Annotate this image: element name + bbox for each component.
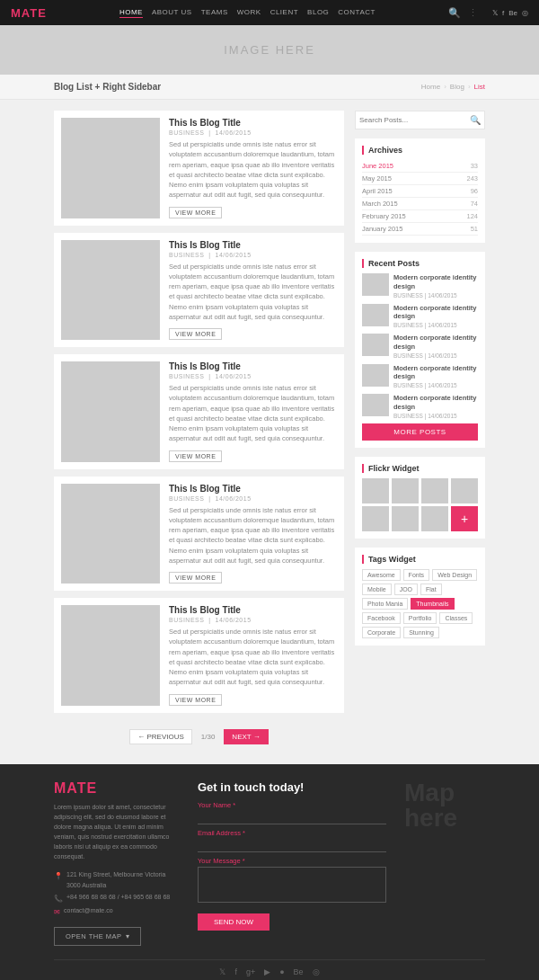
facebook-icon[interactable]: f (502, 9, 504, 17)
page-title: Blog List + Right Sidebar (54, 82, 161, 92)
search-icon[interactable]: 🔍 (470, 115, 481, 125)
tag-2[interactable]: Web Design (432, 569, 477, 581)
tag-7[interactable]: Thumbnails (411, 598, 454, 610)
footer-pinterest-icon[interactable]: ● (279, 967, 284, 976)
nav-work[interactable]: WORK (237, 8, 261, 18)
recent-title-4[interactable]: Modern corporate identity design (393, 394, 478, 412)
page-header: Blog List + Right Sidebar Home › Blog › … (0, 75, 539, 100)
archive-link-3[interactable]: March 2015 (362, 200, 398, 208)
footer-instagram-icon[interactable]: ◎ (313, 967, 320, 976)
footer-twitter-icon[interactable]: 𝕏 (219, 967, 225, 976)
tag-1[interactable]: Fonts (403, 569, 430, 581)
flickr-item-2[interactable] (421, 478, 448, 503)
message-textarea[interactable] (198, 867, 386, 903)
archive-link-0[interactable]: June 2015 (362, 162, 393, 170)
archives-title: Archives (362, 146, 478, 155)
recent-title-1[interactable]: Modern corporate identity design (393, 304, 478, 322)
recent-meta-2: BUSINESS | 14/06/2015 (393, 352, 478, 359)
tag-8[interactable]: Facebook (362, 612, 401, 624)
recent-title-2[interactable]: Modern corporate identity design (393, 334, 478, 352)
archive-link-1[interactable]: May 2015 (362, 174, 392, 183)
tags-widget: Tags Widget Awesome Fonts Web Design Mob… (355, 548, 485, 646)
footer-youtube-icon[interactable]: ▶ (264, 967, 270, 976)
name-label: Your Name * (198, 801, 386, 809)
recent-title-3[interactable]: Modern corporate identity design (393, 364, 478, 382)
footer-google-icon[interactable]: g+ (246, 967, 255, 976)
chevron-down-icon: ▾ (126, 932, 130, 940)
name-input[interactable] (198, 812, 386, 824)
flickr-item-1[interactable] (392, 478, 419, 503)
recent-thumb-3 (362, 364, 389, 387)
footer-top: MATE Lorem ipsum dolor sit amet, consect… (54, 780, 485, 946)
blog-meta-5: BUSINESS | 14/06/2015 (169, 617, 337, 623)
more-options-icon[interactable]: ⋮ (468, 7, 478, 19)
more-posts-button[interactable]: MORE POSTS (362, 423, 478, 441)
navbar-logo[interactable]: MATE (11, 6, 47, 20)
breadcrumb-home[interactable]: Home (421, 83, 440, 91)
recent-title-0[interactable]: Modern corporate identity design (393, 273, 478, 291)
instagram-icon[interactable]: ◎ (522, 9, 528, 17)
tag-10[interactable]: Classes (439, 612, 473, 624)
archive-item-3: March 2015 74 (362, 198, 478, 210)
tag-12[interactable]: Stunning (403, 627, 439, 638)
footer-facebook-icon[interactable]: f (234, 967, 237, 976)
footer-behance-icon[interactable]: Be (294, 967, 304, 976)
view-more-btn-1[interactable]: VIEW MORE (169, 207, 222, 218)
search-input[interactable] (359, 116, 470, 124)
breadcrumb-blog[interactable]: Blog (450, 83, 464, 91)
flickr-item-6[interactable] (421, 506, 448, 531)
tag-3[interactable]: Mobile (362, 584, 392, 595)
view-more-btn-3[interactable]: VIEW MORE (169, 450, 222, 462)
flickr-add-button[interactable]: + (451, 506, 478, 531)
tag-11[interactable]: Corporate (362, 627, 401, 638)
flickr-item-3[interactable] (451, 478, 478, 503)
nav-about[interactable]: ABOUT US (152, 8, 192, 18)
email-input[interactable] (198, 840, 386, 852)
hero-banner: IMAGE HERE (0, 25, 539, 75)
prev-button[interactable]: ← PREVIOUS (129, 729, 192, 744)
archive-link-2[interactable]: April 2015 (362, 187, 393, 195)
tag-4[interactable]: JOO (394, 584, 418, 595)
footer-map-bg-text: Maphere (404, 780, 485, 831)
view-more-btn-4[interactable]: VIEW MORE (169, 572, 222, 584)
behance-icon[interactable]: Be (508, 9, 517, 17)
phone-icon: 📞 (54, 893, 63, 905)
twitter-icon[interactable]: 𝕏 (492, 9, 498, 17)
blog-content-4: This Is Blog Title BUSINESS | 14/06/2015… (169, 484, 337, 584)
tag-6[interactable]: Photo Mania (362, 598, 408, 610)
open-map-button[interactable]: OPEN THE MAP ▾ (54, 927, 141, 946)
footer-social-icons: 𝕏 f g+ ▶ ● Be ◎ (219, 967, 319, 976)
nav-teams[interactable]: TEAMS (201, 8, 228, 18)
footer-form-col: Get in touch today! Your Name * Email Ad… (198, 780, 386, 946)
tag-9[interactable]: Portfolio (403, 612, 437, 624)
archive-item-4: February 2015 124 (362, 210, 478, 223)
search-icon[interactable]: 🔍 (448, 7, 461, 19)
nav-contact[interactable]: CONTACT (338, 8, 376, 18)
tag-5[interactable]: Flat (420, 584, 442, 595)
blog-thumb-3 (61, 361, 160, 462)
blog-excerpt-1: Sed ut perspiciatis unde omnis iste natu… (169, 139, 337, 200)
archive-count-4: 124 (466, 212, 478, 220)
flickr-item-5[interactable] (392, 506, 419, 531)
footer-phone: 📞 +84 966 68 68 68 / +84 965 68 68 68 (54, 892, 180, 905)
blog-meta-2: BUSINESS | 14/06/2015 (169, 252, 337, 258)
message-label: Your Message * (198, 857, 386, 865)
nav-blog[interactable]: BLOG (307, 8, 329, 18)
view-more-btn-2[interactable]: VIEW MORE (169, 328, 222, 340)
blog-title-1: This Is Blog Title (169, 118, 337, 128)
archive-link-5[interactable]: January 2015 (362, 225, 402, 233)
archive-link-4[interactable]: February 2015 (362, 212, 406, 220)
recent-meta-0: BUSINESS | 14/06/2015 (393, 292, 478, 298)
view-more-btn-5[interactable]: VIEW MORE (169, 694, 222, 706)
blog-excerpt-3: Sed ut perspiciatis unde omnis iste natu… (169, 383, 337, 444)
flickr-item-0[interactable] (362, 478, 389, 503)
tag-0[interactable]: Awesome (362, 569, 401, 581)
nav-client[interactable]: CLIENT (270, 8, 298, 18)
blog-meta-3: BUSINESS | 14/06/2015 (169, 373, 337, 379)
flickr-item-4[interactable] (362, 506, 389, 531)
send-button[interactable]: SEND NOW (198, 913, 270, 931)
nav-home[interactable]: HOME (119, 8, 143, 18)
next-button[interactable]: NEXT → (224, 729, 268, 744)
pagination: ← PREVIOUS 1/30 NEXT → (54, 720, 344, 753)
main-content: This Is Blog Title BUSINESS | 14/06/2015… (0, 100, 539, 764)
